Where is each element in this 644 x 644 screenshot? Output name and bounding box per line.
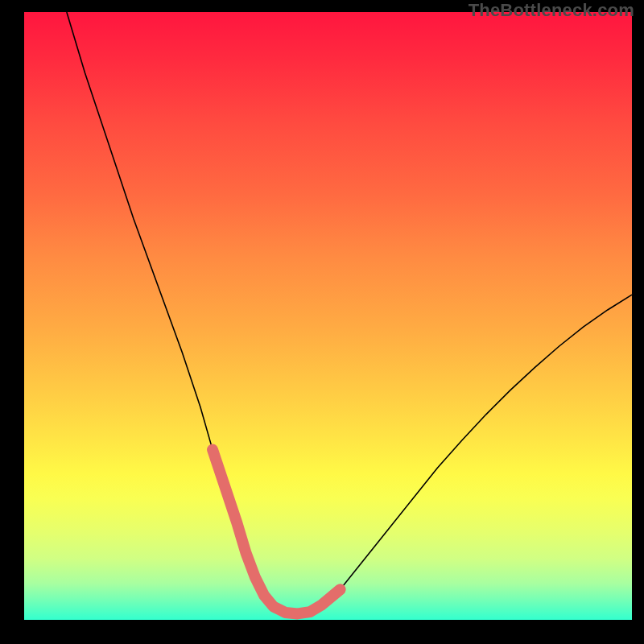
chart-background xyxy=(24,12,632,620)
main-curve xyxy=(67,12,632,613)
bottleneck-curve-plot xyxy=(24,12,632,620)
watermark-text: TheBottleneck.com xyxy=(469,0,634,21)
highlight-segment xyxy=(213,450,341,614)
